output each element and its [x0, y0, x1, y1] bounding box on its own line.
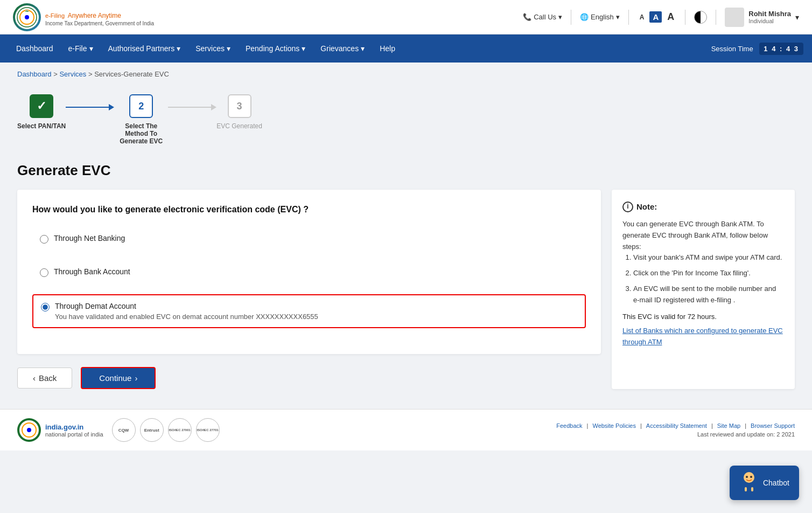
nav-efile[interactable]: e-File ▾ [61, 34, 101, 63]
svg-point-6 [27, 428, 31, 432]
footer-logo-name: india.gov.in [45, 423, 103, 431]
session-time-display: Session Time 1 4 : 4 3 [711, 43, 803, 55]
globe-icon: 🌐 [580, 13, 589, 21]
breadcrumb-dashboard[interactable]: Dashboard [17, 70, 52, 78]
form-card: How would you like to generate electroni… [17, 190, 601, 354]
lang-chevron-icon: ▾ [616, 13, 620, 21]
top-right-controls: 📞 Call Us ▾ 🌐 English ▾ A A A Rohit Mish… [523, 8, 799, 27]
logo-subtitle: Income Tax Department, Government of Ind… [45, 20, 154, 26]
font-medium-button[interactable]: A [649, 11, 662, 23]
breadcrumb-services[interactable]: Services [59, 70, 86, 78]
pending-chevron-icon: ▾ [302, 44, 305, 53]
contrast-toggle[interactable] [694, 11, 707, 24]
nav-help[interactable]: Help [372, 34, 403, 63]
nav-grievances[interactable]: Grievances ▾ [313, 34, 372, 63]
stepper: ✓ Select PAN/TAN 2 Select The Method To … [17, 94, 795, 145]
note-link[interactable]: List of Banks which are configured to ge… [622, 325, 784, 348]
note-steps-list: Visit your bank's ATM and swipe your ATM… [622, 252, 784, 306]
nav-partners-label: Authorised Partners [108, 44, 175, 53]
option-net-banking[interactable]: Through Net Banking [32, 227, 586, 250]
font-small-button[interactable]: A [638, 12, 647, 22]
nav-pending-actions[interactable]: Pending Actions ▾ [238, 34, 313, 63]
footer-link-accessibility[interactable]: Accessibility Statement [646, 422, 707, 429]
top-bar: 🇮🇳 e-Filing Anywhere Anytime Income Tax … [0, 0, 812, 34]
step-3-number: 3 [237, 101, 242, 112]
nav-grievances-label: Grievances [320, 44, 359, 53]
partners-chevron-icon: ▾ [177, 44, 180, 53]
radio-net-banking[interactable] [40, 235, 48, 244]
nav-authorised-partners[interactable]: Authorised Partners ▾ [101, 34, 188, 63]
session-time-label: Session Time [711, 45, 753, 53]
grievances-chevron-icon: ▾ [361, 44, 365, 53]
footer-badges: CQW Entrust ISO/IEC 27001 ISO/IEC 27701 [112, 418, 220, 442]
footer-link-browser[interactable]: Browser Support [751, 422, 795, 429]
nav-services-label: Services [195, 44, 225, 53]
radio-demat-account-label: Through Demat Account [55, 302, 318, 310]
step-line-2 [168, 107, 211, 108]
divider-3 [685, 10, 685, 25]
step-line-1 [66, 107, 109, 108]
note-step-1: Visit your bank's ATM and swipe your ATM… [633, 252, 784, 264]
efile-chevron-icon: ▾ [89, 44, 93, 53]
step-3: 3 EVC Generated [216, 94, 262, 130]
logo-area: 🇮🇳 e-Filing Anywhere Anytime Income Tax … [13, 3, 154, 31]
footer-link-policies[interactable]: Website Policies [592, 422, 636, 429]
step-2-circle: 2 [129, 94, 153, 118]
nav-dashboard-label: Dashboard [16, 44, 53, 53]
step-1-label: Select PAN/TAN [17, 122, 66, 130]
footer-links: Feedback | Website Policies | Accessibil… [556, 422, 795, 429]
page-title: Generate EVC [17, 162, 795, 179]
nav-services[interactable]: Services ▾ [188, 34, 238, 63]
language-selector[interactable]: 🌐 English ▾ [580, 13, 620, 21]
footer-link-feedback[interactable]: Feedback [556, 422, 582, 429]
logo-tagline: Anywhere Anytime [68, 12, 121, 19]
language-label: English [591, 13, 614, 21]
user-name: Rohit Mishra [748, 10, 791, 18]
call-us-label: Call Us [534, 13, 556, 21]
logo-text: e-Filing Anywhere Anytime Income Tax Dep… [45, 8, 154, 26]
nav-dashboard[interactable]: Dashboard [9, 34, 61, 63]
info-icon: i [622, 202, 633, 212]
divider-4 [716, 10, 716, 25]
divider-2 [628, 10, 629, 25]
radio-bank-account[interactable] [40, 268, 48, 277]
radio-net-banking-label: Through Net Banking [54, 234, 125, 242]
nav-bar: Dashboard e-File ▾ Authorised Partners ▾… [0, 34, 812, 63]
nav-help-label: Help [380, 44, 395, 53]
step-2: 2 Select The Method To Generate EVC [114, 94, 168, 145]
font-large-button[interactable]: A [665, 10, 676, 24]
user-role: Individual [748, 18, 791, 24]
badge-cqw: CQW [112, 418, 136, 442]
step-1-check-icon: ✓ [37, 99, 46, 113]
step-3-circle: 3 [228, 94, 251, 118]
step-1-circle: ✓ [30, 94, 53, 118]
user-chevron-icon[interactable]: ▾ [795, 13, 799, 22]
connector-1-2 [66, 104, 114, 110]
note-validity: This EVC is valid for 72 hours. [622, 311, 784, 323]
step-1: ✓ Select PAN/TAN [17, 94, 66, 130]
user-avatar [725, 8, 744, 27]
option-demat-account[interactable]: Through Demat Account You have validated… [32, 294, 586, 328]
logo-emblem: 🇮🇳 [13, 3, 41, 31]
content-grid: How would you like to generate electroni… [17, 190, 795, 389]
step-2-number: 2 [138, 101, 144, 112]
connector-2-3 [168, 104, 216, 110]
svg-text:🇮🇳: 🇮🇳 [25, 9, 29, 12]
note-title-text: Note: [636, 200, 657, 213]
step-arrow-1 [109, 104, 114, 110]
badge-entrust: Entrust [140, 418, 164, 442]
continue-button[interactable]: Continue › [81, 367, 156, 389]
footer-link-sitemap[interactable]: Site Map [717, 422, 740, 429]
back-button[interactable]: ‹ Back [17, 368, 72, 389]
call-us-button[interactable]: 📞 Call Us ▾ [523, 13, 562, 21]
note-step-3: An EVC will be sent to the mobile number… [633, 283, 784, 306]
step-3-label: EVC Generated [216, 122, 262, 130]
breadcrumb-current: Services-Generate EVC [94, 70, 169, 78]
note-card: i Note: You can generate EVC through Ban… [612, 190, 795, 389]
buttons-row: ‹ Back Continue › [17, 367, 601, 389]
option-bank-account[interactable]: Through Bank Account [32, 261, 586, 283]
radio-demat-account[interactable] [41, 303, 50, 311]
nav-pending-label: Pending Actions [246, 44, 299, 53]
note-step-2: Click on the 'Pin for Income Tax filing'… [633, 268, 784, 279]
divider-1 [571, 10, 571, 25]
